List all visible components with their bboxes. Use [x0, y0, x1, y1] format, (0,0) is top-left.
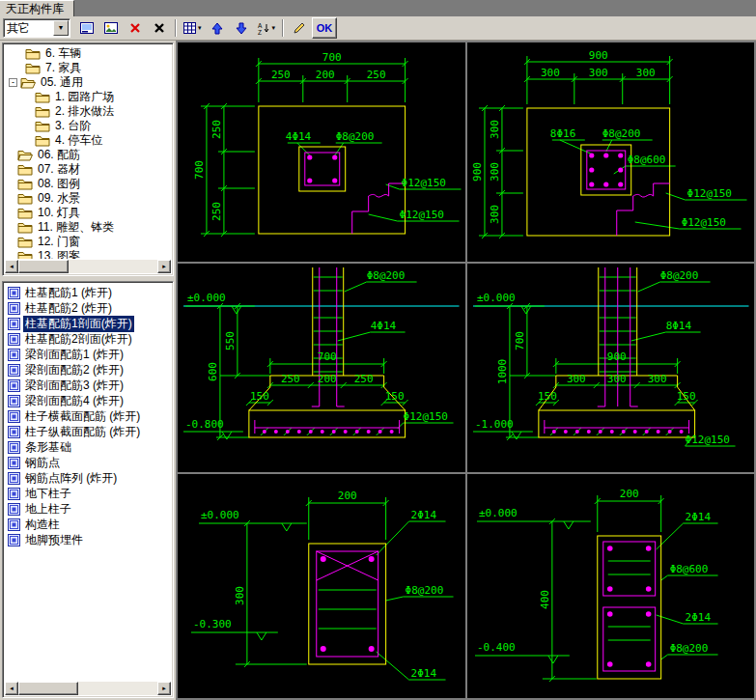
tree-hscroll-track[interactable]	[18, 260, 157, 273]
level-label: -0.800	[185, 418, 224, 431]
block-list-item[interactable]: 柱基配筋2 (炸开)	[5, 300, 171, 316]
footing-outline	[259, 106, 406, 234]
block-list-item[interactable]: 柱基配筋1剖面(炸开)	[5, 316, 171, 331]
block-list-item[interactable]: 柱基配筋1 (炸开)	[5, 285, 171, 300]
tree-scroll-right-button[interactable]: ▸	[157, 260, 171, 273]
tree-item[interactable]: 3. 台阶	[6, 119, 170, 133]
preview-cell-column-section-400[interactable]: 200 ±0.000 -0.400 400 2Φ14 Φ8@600 2Φ14 Φ…	[467, 474, 755, 698]
list-hscroll-track[interactable]	[18, 682, 157, 695]
rebar-label: Φ8@200	[602, 127, 640, 140]
delete-item-icon	[129, 22, 141, 34]
tree-item[interactable]: 08. 图例	[6, 177, 170, 191]
tree-hscroll-thumb[interactable]	[18, 260, 69, 273]
window-title-tab[interactable]: 天正构件库	[0, 0, 74, 16]
dropdown-arrow-icon[interactable]: ▾	[272, 24, 276, 32]
dim-label: 400	[538, 590, 550, 609]
import-picture-button[interactable]	[99, 17, 123, 39]
tree-item[interactable]: 13. 图案	[6, 249, 170, 259]
block-list-item[interactable]: 条形基础	[5, 439, 171, 455]
footing-outline	[309, 544, 386, 664]
tree-item[interactable]: 09. 水景	[6, 191, 170, 206]
tree-item[interactable]: 10. 灯具	[6, 206, 170, 220]
dim-label: 250	[271, 69, 291, 81]
dropdown-arrow-icon[interactable]: ▾	[198, 24, 202, 32]
move-up-button[interactable]	[206, 17, 229, 39]
tree-item[interactable]: 6. 车辆	[6, 46, 170, 61]
rebar-label: Φ8@200	[406, 584, 444, 597]
block-list-item[interactable]: 梁剖面配筋2 (炸开)	[5, 362, 171, 378]
tree-item[interactable]: 11. 雕塑、钵类	[6, 220, 170, 235]
block-list-item[interactable]: 构造柱	[5, 517, 171, 532]
sort-button[interactable]: AZ▾	[254, 17, 279, 39]
dim-label: 300	[606, 373, 626, 385]
block-list-panel: 柱基配筋1 (炸开)柱基配筋2 (炸开)柱基配筋1剖面(炸开)柱基配筋2剖面(炸…	[2, 281, 174, 698]
tree-item[interactable]: 4. 停车位	[6, 133, 170, 148]
preview-cell-column-base-plan-700[interactable]: 700 250 200 250 700 250 250 4Φ14 Φ8@200 …	[178, 42, 465, 262]
tree-item[interactable]: 2. 排水做法	[6, 104, 170, 119]
tree-item[interactable]: 7. 家具	[6, 61, 170, 75]
folder-icon	[17, 221, 33, 234]
block-list-item[interactable]: 梁剖面配筋1 (炸开)	[5, 347, 171, 362]
tree-item[interactable]: 12. 门窗	[6, 235, 170, 249]
category-combo-value: 其它	[4, 20, 53, 37]
block-list-item[interactable]: 梁剖面配筋4 (炸开)	[5, 393, 171, 408]
block-list-item[interactable]: 地上柱子	[5, 501, 171, 517]
block-list-item[interactable]: 柱基配筋2剖面(炸开)	[5, 331, 171, 347]
block-list-item[interactable]: 柱子横截面配筋 (炸开)	[5, 408, 171, 424]
collapse-toggle-icon[interactable]: -	[9, 78, 17, 87]
category-combo[interactable]: 其它 ▼	[3, 18, 70, 38]
tree-hscrollbar[interactable]: ◂ ▸	[5, 260, 171, 273]
block-icon	[8, 333, 20, 346]
dim-label: 300	[540, 67, 559, 79]
rebar-label: 2Φ14	[685, 511, 711, 523]
block-list-item-label: 梁剖面配筋2 (炸开)	[23, 362, 126, 378]
block-list-item-label: 地下柱子	[23, 486, 73, 502]
edit-block-button[interactable]	[288, 17, 311, 39]
block-icon	[8, 503, 20, 516]
preview-cell-column-base-plan-900[interactable]: 900 300 300 300 900 300 300 300 8Φ16 Φ8@…	[467, 42, 755, 262]
delete-item-button[interactable]	[124, 17, 147, 39]
block-list-item[interactable]: 钢筋点	[5, 455, 171, 470]
block-icon	[8, 318, 20, 330]
block-list-item[interactable]: 地脚预埋件	[5, 532, 171, 547]
preview-cell-footing-section-700[interactable]: ±0.000 -0.800 700 250 200 250 150 150 55…	[178, 264, 465, 472]
block-list-item[interactable]: 柱子纵截面配筋 (炸开)	[5, 424, 171, 439]
ok-button[interactable]: OK	[312, 17, 337, 39]
block-icon	[8, 302, 20, 315]
rebar-label: Φ8@600	[627, 154, 665, 166]
tree-item[interactable]: 06. 配筋	[6, 148, 170, 162]
view-mode-button[interactable]: ▾	[181, 17, 205, 39]
category-tree: 6. 车辆7. 家具-05. 通用1. 园路广场2. 排水做法3. 台阶4. 停…	[6, 46, 170, 259]
list-hscroll-thumb[interactable]	[18, 682, 78, 695]
rebar-label: Φ8@200	[367, 269, 406, 282]
block-list-item-label: 柱基配筋2剖面(炸开)	[23, 331, 134, 348]
list-scroll-left-button[interactable]: ◂	[5, 682, 18, 695]
rebar-label: Φ12@150	[681, 216, 725, 229]
preview-cell-footing-section-900[interactable]: ±0.000 -1.000 900 300 300 300 150 150 70…	[467, 264, 755, 472]
tree-item[interactable]: 1. 园路广场	[6, 90, 170, 104]
list-hscrollbar[interactable]: ◂ ▸	[5, 682, 171, 695]
block-list-item[interactable]: 梁剖面配筋3 (炸开)	[5, 378, 171, 393]
block-list-item[interactable]: 地下柱子	[5, 486, 171, 501]
block-list-item-label: 地脚预埋件	[23, 532, 85, 548]
block-list-item-label: 梁剖面配筋1 (炸开)	[23, 347, 126, 363]
erase-item-button[interactable]	[148, 17, 171, 39]
tree-item[interactable]: -05. 通用	[6, 75, 170, 90]
block-list-item[interactable]: 钢筋点阵列 (炸开)	[5, 470, 171, 486]
preview-cell-column-section-300[interactable]: 200 ±0.000 -0.300 300 2Φ14 Φ8@200 2Φ14	[178, 474, 465, 698]
rebar-label: Φ8@600	[669, 563, 708, 575]
combo-dropdown-icon[interactable]: ▼	[53, 20, 69, 36]
tree-scroll-left-button[interactable]: ◂	[5, 260, 18, 273]
move-down-button[interactable]	[230, 17, 253, 39]
left-pane: 6. 车辆7. 家具-05. 通用1. 园路广场2. 排水做法3. 台阶4. 停…	[0, 41, 176, 700]
folder-icon	[17, 236, 33, 248]
list-scroll-right-button[interactable]: ▸	[157, 682, 171, 695]
tree-item[interactable]: 07. 器材	[6, 162, 170, 177]
dim-label: 200	[318, 373, 337, 385]
level-label: -0.400	[476, 641, 515, 654]
category-tree-panel: 6. 车辆7. 家具-05. 通用1. 园路广场2. 排水做法3. 台阶4. 停…	[2, 42, 174, 276]
block-icon	[8, 426, 20, 438]
new-picture-button[interactable]	[75, 17, 98, 39]
block-icon	[8, 287, 20, 299]
folder-icon	[17, 207, 33, 219]
